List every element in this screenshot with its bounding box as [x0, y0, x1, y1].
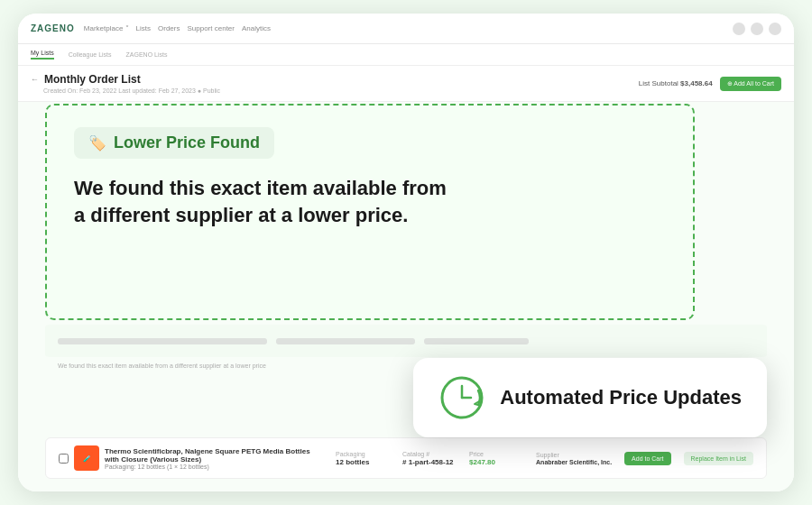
main-card: ZAGENO Marketplace ˅ Lists Orders Suppor… — [18, 14, 794, 491]
replace-item-button[interactable]: Replace Item in List — [684, 452, 753, 465]
product-info: Thermo Scientificbrap, Nalgene Square PE… — [105, 447, 323, 470]
user-icon[interactable] — [769, 23, 781, 35]
badge-text: Lower Price Found — [114, 133, 260, 152]
nav-analytics[interactable]: Analytics — [242, 24, 271, 32]
main-description: We found this exact item available froma… — [74, 175, 579, 228]
subtotal-value: $3,458.64 — [680, 79, 713, 87]
tab-zageno-lists[interactable]: ZAGENO Lists — [126, 51, 168, 58]
clock-icon — [438, 374, 485, 421]
subtotal-label: List Subtotal $3,458.64 — [639, 79, 713, 87]
nav-items: Marketplace ˅ Lists Orders Support cente… — [84, 24, 724, 32]
tab-my-lists[interactable]: My Lists — [31, 50, 54, 60]
lower-price-badge: 🏷️ Lower Price Found — [74, 127, 274, 159]
blurred-row-1 — [45, 325, 767, 357]
add-all-button[interactable]: ⊕ Add All to Cart — [720, 77, 781, 91]
supplier-col: Supplier Anabraber Scientific, Inc. — [536, 452, 612, 465]
page-subtitle: Created On: Feb 23, 2022 Last updated: F… — [31, 87, 220, 94]
back-arrow-icon[interactable]: ← — [31, 75, 39, 84]
cart-icon[interactable] — [751, 23, 763, 35]
svg-text:🧪: 🧪 — [83, 454, 91, 463]
product-checkbox[interactable] — [59, 454, 69, 464]
header-right: List Subtotal $3,458.64 ⊕ Add All to Car… — [639, 77, 781, 91]
tab-colleague-lists[interactable]: Colleague Lists — [69, 51, 112, 58]
lower-price-box: 🏷️ Lower Price Found We found this exact… — [45, 104, 695, 320]
price-col: Price $247.80 — [469, 451, 523, 466]
bottom-product-row: 🧪 Thermo Scientificbrap, Nalgene Square … — [45, 437, 767, 479]
catalog-col: Catalog # # 1-part-458-12 — [402, 451, 457, 466]
product-packaging: Packaging: 12 bottles (1 × 12 bottles) — [105, 464, 323, 470]
nav-orders[interactable]: Orders — [158, 24, 180, 32]
product-name: Thermo Scientificbrap, Nalgene Square PE… — [105, 447, 323, 464]
search-icon[interactable] — [733, 23, 745, 35]
tabs-bar: My Lists Colleague Lists ZAGENO Lists — [18, 44, 794, 66]
nav-bar: ZAGENO Marketplace ˅ Lists Orders Suppor… — [18, 14, 794, 44]
nav-icons — [733, 23, 781, 35]
page-title-row: ← Monthly Order List — [31, 73, 220, 86]
page-title: Monthly Order List — [44, 73, 141, 86]
packaging-col: Packaging 12 bottles — [336, 451, 390, 466]
automated-price-label: Automated Price Updates — [500, 386, 742, 409]
add-to-cart-button[interactable]: Add to Cart — [624, 452, 670, 465]
tag-icon: 🏷️ — [88, 134, 106, 152]
nav-support[interactable]: Support center — [187, 24, 234, 32]
automated-price-card: Automated Price Updates — [413, 358, 767, 437]
product-icon: 🧪 — [74, 445, 99, 471]
page-title-area: ← Monthly Order List Created On: Feb 23,… — [31, 73, 220, 94]
nav-lists[interactable]: Lists — [136, 24, 151, 32]
brand-logo: ZAGENO — [31, 23, 75, 33]
nav-marketplace[interactable]: Marketplace ˅ — [84, 24, 129, 32]
page-header: ← Monthly Order List Created On: Feb 23,… — [18, 66, 794, 102]
